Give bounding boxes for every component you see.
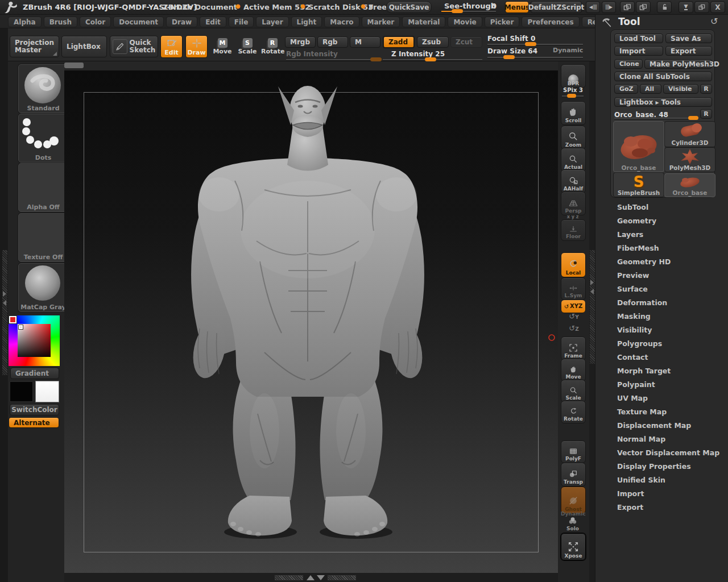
persp-button[interactable]: Persp: [561, 192, 586, 215]
orco-base-thumbnail[interactable]: Orco_base: [664, 173, 715, 197]
section-export[interactable]: Export: [617, 503, 643, 512]
left-tray-divider[interactable]: [2, 250, 7, 375]
shrink-right-tray-button[interactable]: ||||▶: [602, 1, 616, 13]
section-display-properties[interactable]: Display Properties: [617, 462, 691, 471]
rgb-intensity-slider[interactable]: [286, 59, 380, 60]
simplebrush-thumbnail[interactable]: S SimpleBrush: [613, 172, 664, 197]
rotate-3d-button[interactable]: Rotate: [561, 401, 586, 423]
menu-preferences[interactable]: Preferences: [522, 16, 579, 27]
scale-3d-button[interactable]: Scale: [561, 380, 586, 402]
section-import[interactable]: Import: [617, 489, 644, 498]
menu-brush[interactable]: Brush: [44, 16, 77, 27]
scroll-down-icon[interactable]: [317, 575, 325, 580]
restore-button[interactable]: [694, 1, 709, 13]
document[interactable]: [64, 70, 558, 573]
section-polypaint[interactable]: Polypaint: [617, 380, 655, 389]
menu-picker[interactable]: Picker: [485, 16, 520, 27]
move-3d-button[interactable]: Move: [561, 359, 586, 381]
frame-button[interactable]: Frame: [561, 336, 586, 360]
focal-shift-slider[interactable]: [487, 44, 583, 45]
scale-mode-button[interactable]: S Scale: [237, 36, 258, 55]
quicksave-button[interactable]: QuickSave: [386, 1, 432, 13]
lightbox-tools-button[interactable]: Lightbox ▸ Tools: [614, 97, 712, 107]
draw-size-slider[interactable]: [487, 57, 583, 58]
orc-sculpt-model[interactable]: [64, 70, 558, 573]
zcut-button[interactable]: Zcut: [450, 36, 482, 48]
load-tool-button[interactable]: Load Tool: [614, 34, 663, 43]
menu-alpha[interactable]: Alpha: [8, 16, 42, 27]
menu-movie[interactable]: Movie: [448, 16, 482, 27]
see-through-slider[interactable]: [441, 11, 496, 12]
current-alpha-button[interactable]: Alpha Off: [18, 163, 68, 212]
current-stroke-button[interactable]: Dots: [18, 114, 68, 163]
goz-button[interactable]: GoZ: [614, 84, 638, 94]
local-button[interactable]: Local: [561, 252, 586, 277]
secondary-color-swatch[interactable]: [35, 381, 59, 402]
lightbox-button[interactable]: LightBox: [61, 36, 107, 57]
close-button[interactable]: X: [710, 1, 725, 13]
m-button[interactable]: M: [350, 36, 380, 48]
scroll-up-icon[interactable]: [307, 575, 315, 580]
goz-visible-button[interactable]: Visible: [663, 84, 698, 94]
draw-button[interactable]: Draw: [185, 35, 208, 58]
menu-light[interactable]: Light: [291, 16, 322, 27]
clone-button[interactable]: Clone: [614, 59, 643, 69]
aahalf-button[interactable]: AAHalf: [561, 169, 586, 193]
section-visibility[interactable]: Visibility: [617, 326, 652, 334]
alternate-button[interactable]: Alternate: [9, 417, 59, 428]
import-button[interactable]: Import: [614, 46, 663, 56]
menu-color[interactable]: Color: [80, 16, 111, 27]
export-button[interactable]: Export: [665, 46, 712, 56]
scroll-button[interactable]: Scroll: [561, 101, 586, 125]
zadd-button[interactable]: Zadd: [383, 36, 415, 48]
menu-file[interactable]: File: [229, 16, 254, 27]
section-contact[interactable]: Contact: [617, 353, 648, 361]
section-fibermesh[interactable]: FiberMesh: [617, 244, 659, 252]
polymesh3d-thumbnail[interactable]: PolyMesh3D: [664, 147, 715, 172]
right-tray-divider[interactable]: [590, 250, 595, 364]
section-uv-map[interactable]: UV Map: [617, 394, 648, 402]
xyz-button[interactable]: ↺ XYZ: [561, 300, 586, 313]
section-deformation[interactable]: Deformation: [617, 298, 667, 307]
spix-slider[interactable]: [562, 95, 584, 97]
h-scrollbar-right[interactable]: [328, 575, 356, 580]
polyf-button[interactable]: PolyF: [561, 440, 586, 463]
menu-layer[interactable]: Layer: [256, 16, 288, 27]
projection-master-button[interactable]: ProjectionMaster: [10, 36, 59, 57]
section-subtool[interactable]: SubTool: [617, 203, 648, 211]
canvas-top-scrollbar[interactable]: [64, 63, 84, 68]
ghost-button[interactable]: Ghost: [561, 487, 586, 514]
section-geometry-hd[interactable]: Geometry HD: [617, 257, 671, 266]
xpose-button[interactable]: Xpose: [561, 533, 586, 560]
transp-button[interactable]: Transp: [561, 463, 586, 487]
shrink-left-tray-button[interactable]: ◀||||: [586, 1, 600, 13]
minimize-button[interactable]: ▼: [679, 1, 693, 13]
floor-button[interactable]: Floor: [561, 219, 586, 241]
switch-color-button[interactable]: SwitchColor: [10, 404, 59, 415]
menu-edit[interactable]: Edit: [200, 16, 226, 27]
main-color-swatch[interactable]: [10, 381, 33, 402]
z-rotate-button[interactable]: ↺Z: [565, 324, 582, 332]
current-texture-button[interactable]: Texture Off: [18, 213, 68, 262]
section-geometry[interactable]: Geometry: [617, 217, 656, 225]
quick-sketch-button[interactable]: QuickSketch: [110, 36, 158, 57]
current-material-button[interactable]: MatCap Gray: [18, 263, 68, 312]
section-unified-skin[interactable]: Unified Skin: [617, 476, 665, 484]
active-tool-slider[interactable]: Orco_base. 48: [614, 109, 698, 120]
section-masking[interactable]: Masking: [617, 312, 651, 321]
menu-marker[interactable]: Marker: [362, 16, 400, 27]
section-texture-map[interactable]: Texture Map: [617, 408, 667, 416]
edit-button[interactable]: Edit: [160, 35, 183, 58]
zoom-button[interactable]: Zoom: [561, 126, 586, 149]
menu-material[interactable]: Material: [402, 16, 445, 27]
tool-r-button[interactable]: R: [700, 109, 712, 119]
section-morph-target[interactable]: Morph Target: [617, 367, 671, 375]
menu-document[interactable]: Document: [113, 16, 164, 27]
lsym-button[interactable]: L.Sym: [561, 277, 586, 300]
goz-all-button[interactable]: All: [640, 84, 661, 94]
color-picker[interactable]: [9, 315, 60, 366]
section-vector-displacement-map[interactable]: Vector Displacement Map: [617, 448, 719, 457]
bpr-button[interactable]: BPR: [561, 64, 586, 88]
goz-r-button[interactable]: R: [700, 84, 712, 94]
actual-button[interactable]: Actual: [561, 148, 586, 172]
